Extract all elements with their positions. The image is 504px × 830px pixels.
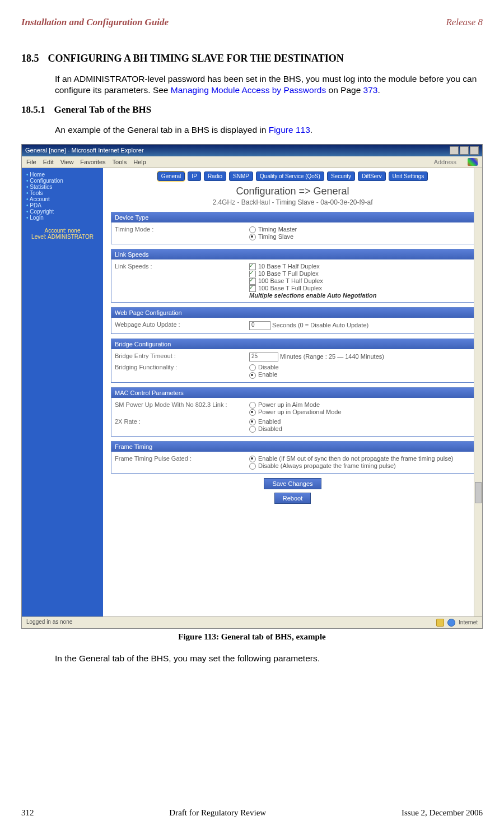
tab-general[interactable]: General (157, 171, 185, 181)
label-frame-timing: Frame Timing Pulse Gated : (115, 455, 249, 462)
auto-neg-note: Multiple selections enable Auto Negotiat… (249, 292, 470, 299)
footer-center: Draft for Regulatory Review (169, 808, 266, 818)
panel-mac-control: MAC Control Parameters SM Power Up Mode … (111, 387, 474, 437)
input-bridge-timeout[interactable]: 25 (249, 353, 278, 361)
menubar: File Edit View Favorites Tools Help Addr… (22, 156, 482, 168)
account-line: Account: none (26, 228, 99, 234)
tab-unit-settings[interactable]: Unit Settings (389, 171, 428, 181)
radio-timing-slave[interactable] (249, 234, 256, 240)
sidebar-item-account[interactable]: Account (26, 196, 99, 202)
panel-frame-timing: Frame Timing Frame Timing Pulse Gated : … (111, 441, 474, 474)
section-number: 18.5 (21, 53, 39, 64)
text: on Page (326, 85, 363, 95)
panel-header: Device Type (111, 212, 474, 222)
panel-device-type: Device Type Timing Mode : Timing Master … (111, 212, 474, 244)
status-bar: Logged in as none Internet (22, 616, 482, 628)
menu-edit[interactable]: Edit (43, 159, 54, 165)
tab-security[interactable]: Security (327, 171, 355, 181)
option-label: Disable (Always propagate the frame timi… (258, 462, 396, 469)
page-title: Configuration => General (111, 186, 474, 197)
ie-logo-icon (468, 158, 478, 166)
sidebar-item-pda[interactable]: PDA (26, 202, 99, 208)
window-title: General [none] - Microsoft Internet Expl… (25, 147, 144, 154)
option-label: Enabled (258, 418, 281, 425)
check-100-full[interactable] (249, 285, 256, 292)
link-page-373[interactable]: 373 (363, 85, 378, 95)
text: . (310, 125, 312, 135)
unit-label: Minutes (Range : 25 — 1440 Minutes) (280, 353, 384, 360)
save-changes-button[interactable]: Save Changes (264, 478, 321, 489)
tab-ip[interactable]: IP (188, 171, 200, 181)
sidebar-item-configuration[interactable]: Configuration (26, 178, 99, 184)
sidebar-item-home[interactable]: Home (26, 171, 99, 178)
option-label: Enable (If SM out of sync then do not pr… (258, 455, 454, 462)
option-label: 10 Base T Half Duplex (258, 263, 320, 270)
tab-qos[interactable]: Quality of Service (QoS) (256, 171, 324, 181)
option-label: Timing Master (258, 226, 297, 233)
menu-favorites[interactable]: Favorites (80, 159, 105, 165)
menu-help[interactable]: Help (133, 159, 146, 165)
main-panel: General IP Radio SNMP Quality of Service… (103, 168, 482, 616)
subsection-number: 18.5.1 (21, 104, 45, 115)
label-bridging-func: Bridging Functionality : (115, 364, 249, 370)
option-label: Disabled (258, 425, 282, 432)
label-auto-update: Webpage Auto Update : (115, 321, 249, 328)
label-2x-rate: 2X Rate : (115, 418, 249, 425)
sidebar-item-login[interactable]: Login (26, 215, 99, 221)
window-titlebar: General [none] - Microsoft Internet Expl… (22, 145, 482, 156)
panel-web-page-config: Web Page Configuration Webpage Auto Upda… (111, 307, 474, 334)
link-figure-113[interactable]: Figure 113 (269, 125, 310, 135)
tab-diffserv[interactable]: DiffServ (358, 171, 385, 181)
option-label: Enable (258, 371, 277, 378)
label-link-speeds: Link Speeds : (115, 263, 249, 270)
unit-label: Seconds (0 = Disable Auto Update) (272, 322, 368, 328)
text: . (377, 85, 380, 95)
tab-radio[interactable]: Radio (204, 171, 226, 181)
sidebar-item-statistics[interactable]: Statistics (26, 184, 99, 190)
shield-icon (436, 619, 444, 627)
vertical-scrollbar[interactable] (474, 168, 482, 616)
input-auto-update[interactable]: 0 (249, 321, 270, 330)
option-label: 100 Base T Half Duplex (258, 277, 323, 284)
label-bridge-timeout: Bridge Entry Timeout : (115, 353, 249, 359)
window-controls (450, 146, 479, 155)
page-footer: 312 Draft for Regulatory Review Issue 2,… (21, 808, 483, 818)
figure-113: General [none] - Microsoft Internet Expl… (21, 144, 483, 642)
minimize-button[interactable] (450, 146, 459, 155)
radio-bridge-enable[interactable] (249, 372, 256, 379)
sidebar-item-tools[interactable]: Tools (26, 190, 99, 196)
option-label: Disable (258, 364, 279, 370)
close-button[interactable] (470, 146, 479, 155)
intro-paragraph: If an ADMINISTRATOR-level password has b… (55, 73, 483, 97)
panel-link-speeds: Link Speeds Link Speeds : 10 Base T Half… (111, 249, 474, 303)
reboot-button[interactable]: Reboot (274, 493, 311, 504)
radio-frame-enable[interactable] (249, 456, 256, 462)
radio-aim-mode[interactable] (249, 402, 256, 409)
radio-frame-disable[interactable] (249, 463, 256, 470)
sidebar-item-copyright[interactable]: Copyright (26, 208, 99, 215)
menu-view[interactable]: View (60, 159, 74, 165)
radio-timing-master[interactable] (249, 226, 256, 233)
maximize-button[interactable] (460, 146, 469, 155)
text: An example of the General tab in a BHS i… (55, 125, 269, 135)
globe-icon (447, 619, 455, 627)
radio-operational-mode[interactable] (249, 409, 256, 416)
level-line: Level: ADMINISTRATOR (26, 234, 99, 240)
footer-page-number: 312 (21, 808, 34, 818)
radio-2x-disabled[interactable] (249, 426, 256, 433)
address-label: Address (434, 159, 456, 165)
radio-2x-enabled[interactable] (249, 419, 256, 425)
ie-window: General [none] - Microsoft Internet Expl… (21, 144, 483, 629)
tab-snmp[interactable]: SNMP (229, 171, 253, 181)
radio-bridge-disable[interactable] (249, 364, 256, 371)
menu-file[interactable]: File (26, 159, 36, 165)
button-row: Save Changes (111, 478, 474, 489)
scroll-thumb[interactable] (475, 482, 482, 503)
link-managing-passwords[interactable]: Managing Module Access by Passwords (171, 85, 326, 95)
panel-header: Web Page Configuration (111, 308, 474, 318)
option-label: 100 Base T Full Duplex (258, 285, 322, 291)
menu-tools[interactable]: Tools (113, 159, 127, 165)
footer-right: Issue 2, December 2006 (402, 808, 483, 818)
option-label: Timing Slave (258, 233, 293, 240)
subsection-intro: An example of the General tab in a BHS i… (55, 124, 483, 136)
